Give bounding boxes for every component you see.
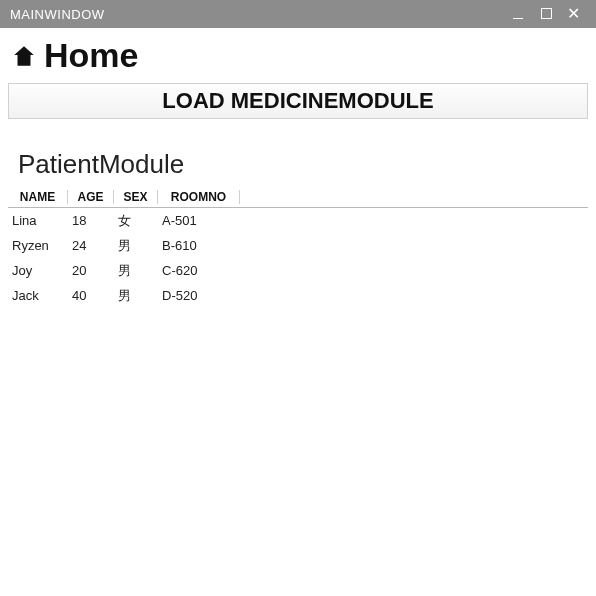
cell-sex: 男 — [114, 262, 158, 280]
cell-name: Jack — [8, 288, 68, 303]
table-row[interactable]: Joy20男C-620 — [8, 258, 588, 283]
home-icon — [10, 43, 38, 69]
table-row[interactable]: Lina18女A-501 — [8, 208, 588, 233]
patients-grid: NAME AGE SEX ROOMNO Lina18女A-501Ryzen24男… — [8, 186, 588, 308]
column-header-room[interactable]: ROOMNO — [158, 190, 240, 204]
cell-age: 18 — [68, 213, 114, 228]
column-header-name[interactable]: NAME — [8, 190, 68, 204]
grid-header: NAME AGE SEX ROOMNO — [8, 186, 588, 208]
cell-room: B-610 — [158, 238, 240, 253]
cell-age: 24 — [68, 238, 114, 253]
cell-room: A-501 — [158, 213, 240, 228]
minimize-button[interactable] — [504, 6, 532, 22]
module-title: PatientModule — [0, 127, 596, 186]
table-row[interactable]: Jack40男D-520 — [8, 283, 588, 308]
page-title: Home — [44, 36, 138, 75]
cell-name: Joy — [8, 263, 68, 278]
cell-name: Ryzen — [8, 238, 68, 253]
table-row[interactable]: Ryzen24男B-610 — [8, 233, 588, 258]
column-header-sex[interactable]: SEX — [114, 190, 158, 204]
window-title: MAINWINDOW — [10, 7, 504, 22]
cell-name: Lina — [8, 213, 68, 228]
cell-sex: 男 — [114, 237, 158, 255]
load-medicine-module-button[interactable]: LOAD MEDICINEMODULE — [8, 83, 588, 119]
cell-sex: 女 — [114, 212, 158, 230]
load-button-label: LOAD MEDICINEMODULE — [162, 88, 433, 114]
cell-age: 20 — [68, 263, 114, 278]
column-header-age[interactable]: AGE — [68, 190, 114, 204]
close-button[interactable]: ✕ — [560, 7, 588, 21]
page-header: Home — [0, 28, 596, 81]
titlebar[interactable]: MAINWINDOW ✕ — [0, 0, 596, 28]
grid-body: Lina18女A-501Ryzen24男B-610Joy20男C-620Jack… — [8, 208, 588, 308]
cell-room: C-620 — [158, 263, 240, 278]
cell-sex: 男 — [114, 287, 158, 305]
cell-age: 40 — [68, 288, 114, 303]
maximize-button[interactable] — [532, 6, 560, 22]
cell-room: D-520 — [158, 288, 240, 303]
